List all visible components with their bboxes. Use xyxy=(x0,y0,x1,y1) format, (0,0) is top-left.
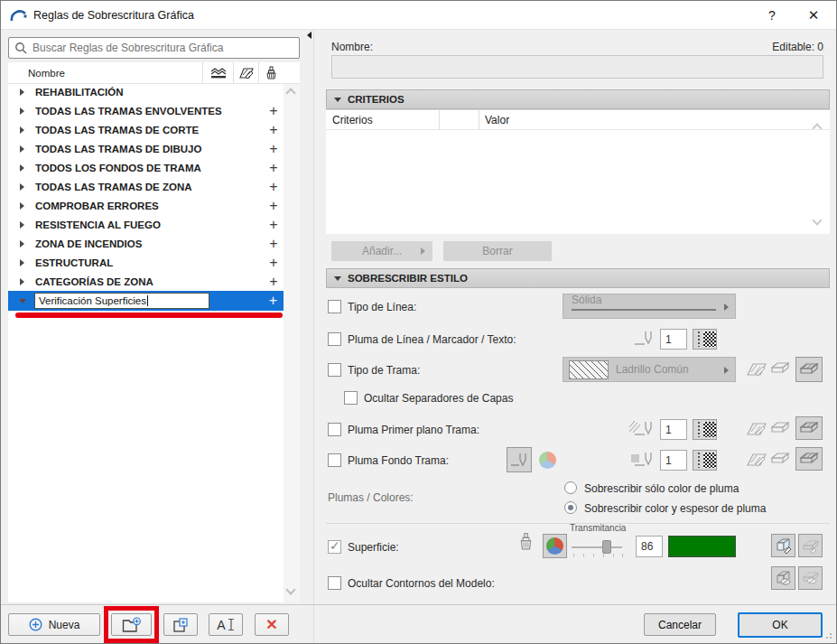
delete-criteria-button[interactable]: Borrar xyxy=(443,241,552,261)
background-color-wheel-icon[interactable] xyxy=(539,452,556,469)
add-rule-to-combination-button[interactable]: + xyxy=(264,255,284,271)
rule-row[interactable]: ZONA DE INCENDIOS + xyxy=(8,234,284,253)
add-rule-to-combination-button[interactable]: + xyxy=(264,198,284,214)
expand-arrow-icon[interactable] xyxy=(20,240,24,247)
rule-row[interactable]: TODAS LAS TRAMAS ENVOLVENTES + xyxy=(8,101,284,120)
pluma-linea-color-chip[interactable] xyxy=(693,329,717,350)
column-header-nombre[interactable]: Nombre xyxy=(8,68,202,79)
col-criterios[interactable]: Criterios xyxy=(326,114,439,126)
radio-solo-color[interactable] xyxy=(564,481,577,494)
hide-cut-contours-button[interactable] xyxy=(771,566,795,590)
resize-grip[interactable] xyxy=(823,630,832,639)
ocultar-separadores-checkbox[interactable] xyxy=(344,391,358,405)
rule-row[interactable]: COMPROBAR ERRORES + xyxy=(8,196,284,215)
expand-arrow-icon[interactable] xyxy=(20,202,24,210)
rule-row[interactable]: CATEGORÍAS DE ZONA + xyxy=(8,272,284,291)
collapse-panel-arrow-icon[interactable] xyxy=(307,32,312,39)
criterios-section-header[interactable]: CRITERIOS xyxy=(326,89,830,109)
rule-row[interactable]: REHABILITACIÓN xyxy=(8,82,284,101)
ok-button[interactable]: OK xyxy=(738,612,823,638)
scroll-up-icon[interactable] xyxy=(285,88,295,98)
expand-arrow-icon[interactable] xyxy=(20,145,24,153)
expand-arrow-icon[interactable] xyxy=(20,259,24,266)
expand-arrow-icon[interactable] xyxy=(20,107,24,115)
close-button[interactable]: ✕ xyxy=(803,5,824,25)
fill-override-surface-toggle[interactable] xyxy=(795,416,823,440)
help-button[interactable]: ? xyxy=(761,5,783,25)
column-fill-pen[interactable] xyxy=(233,62,258,84)
add-rule-to-combination-button[interactable]: + xyxy=(264,141,284,157)
cancel-button[interactable]: Cancelar xyxy=(644,613,716,636)
pluma-fondo-checkbox[interactable] xyxy=(328,453,341,467)
expand-arrow-icon[interactable] xyxy=(20,221,24,229)
pluma-linea-checkbox[interactable] xyxy=(328,332,341,346)
expand-arrow-icon[interactable] xyxy=(20,89,24,96)
pluma-primer-color-chip[interactable] xyxy=(693,419,717,440)
rename-button[interactable]: A xyxy=(209,613,243,636)
new-rule-button[interactable]: Nueva xyxy=(8,613,100,636)
radio-solo-color-label[interactable]: Sobrescribir sólo color de pluma xyxy=(584,482,739,495)
pluma-primer-pen-input[interactable] xyxy=(660,419,687,440)
rule-row[interactable]: ESTRUCTURAL + xyxy=(8,253,284,272)
tipo-trama-dropdown[interactable]: Ladrillo Común xyxy=(563,357,736,382)
table-scroll-down-icon[interactable] xyxy=(812,215,822,225)
add-rule-to-combination-button[interactable]: + xyxy=(264,217,284,233)
ocultar-contornos-checkbox[interactable] xyxy=(328,576,341,590)
hide-uncut-contours-button[interactable] xyxy=(798,566,823,590)
add-rule-to-combination-button[interactable]: + xyxy=(264,179,284,195)
add-criteria-button[interactable]: Añadir... xyxy=(331,241,432,261)
radio-color-espesor[interactable] xyxy=(564,501,577,514)
pluma-fondo-color-chip[interactable] xyxy=(693,450,717,471)
transmitancia-slider-track[interactable] xyxy=(572,546,622,548)
superficie-checkbox[interactable]: ✓ xyxy=(328,540,341,554)
add-rule-to-combination-button[interactable]: + xyxy=(209,293,284,309)
background-pen-toggle[interactable] xyxy=(507,447,532,472)
tipo-linea-dropdown[interactable]: Sólida xyxy=(563,294,736,319)
rule-name-edit-input[interactable]: Verificación Superficies xyxy=(34,293,209,309)
rule-row-selected[interactable]: Verificación Superficies + xyxy=(8,291,284,311)
surface-color-wheel-button[interactable] xyxy=(543,534,567,558)
superficie-color-swatch[interactable] xyxy=(668,536,736,557)
search-box[interactable] xyxy=(8,37,300,59)
rule-row[interactable]: RESISTENCIA AL FUEGO + xyxy=(8,215,284,234)
apply-surface-to-uncut-button[interactable] xyxy=(798,534,823,557)
add-rule-to-combination-button[interactable]: + xyxy=(264,103,284,119)
column-line-type[interactable] xyxy=(202,62,233,84)
delete-rule-button[interactable]: ✕ xyxy=(255,613,289,636)
expand-arrow-icon[interactable] xyxy=(20,278,24,285)
tipo-trama-checkbox[interactable] xyxy=(328,363,341,377)
expand-arrow-icon[interactable] xyxy=(20,183,24,191)
radio-color-espesor-label[interactable]: Sobrescribir color y espesor de pluma xyxy=(584,502,766,515)
criterios-table[interactable]: Criterios Valor xyxy=(326,109,830,234)
expand-arrow-icon[interactable] xyxy=(20,126,24,134)
rule-row[interactable]: TODOS LOS FONDOS DE TRAMA + xyxy=(8,158,284,177)
rule-row[interactable]: TODAS LAS TRAMAS DE ZONA + xyxy=(8,177,284,196)
add-rule-to-combination-button[interactable]: + xyxy=(264,236,284,252)
expand-arrow-down-icon[interactable] xyxy=(19,299,26,303)
apply-surface-to-cut-button[interactable] xyxy=(771,534,795,557)
graphic-override-rules-dialog: Reglas de Sobrescritura Gráfica ? ✕ Nomb… xyxy=(0,0,837,644)
transmitancia-slider-handle[interactable] xyxy=(602,540,611,554)
rule-row[interactable]: TODAS LAS TRAMAS DE DIBUJO + xyxy=(8,139,284,158)
column-surface[interactable] xyxy=(258,62,284,84)
scroll-down-icon[interactable] xyxy=(285,584,295,594)
pluma-linea-pen-input[interactable] xyxy=(660,329,687,350)
delete-x-icon: ✕ xyxy=(265,616,277,633)
col-valor[interactable]: Valor xyxy=(479,114,509,126)
rules-scrollbar[interactable] xyxy=(284,84,300,602)
pluma-primer-checkbox[interactable] xyxy=(328,423,341,436)
rule-row[interactable]: TODAS LAS TRAMAS DE CORTE + xyxy=(8,120,284,139)
add-rule-to-combination-button[interactable]: + xyxy=(264,122,284,138)
rule-name-field[interactable] xyxy=(331,55,823,79)
pluma-fondo-pen-input[interactable] xyxy=(660,450,687,471)
duplicate-button[interactable] xyxy=(163,613,198,636)
estilo-section-header[interactable]: SOBRESCRIBIR ESTILO xyxy=(326,268,830,288)
expand-arrow-icon[interactable] xyxy=(20,164,24,172)
tipo-linea-checkbox[interactable] xyxy=(328,300,341,313)
transmitancia-input[interactable] xyxy=(636,536,663,557)
fill-override-surface-toggle[interactable] xyxy=(795,447,823,471)
search-input[interactable] xyxy=(31,41,299,55)
add-rule-to-combination-button[interactable]: + xyxy=(264,160,284,176)
fill-override-surface-toggle[interactable] xyxy=(795,357,823,382)
add-rule-to-combination-button[interactable]: + xyxy=(264,274,284,290)
